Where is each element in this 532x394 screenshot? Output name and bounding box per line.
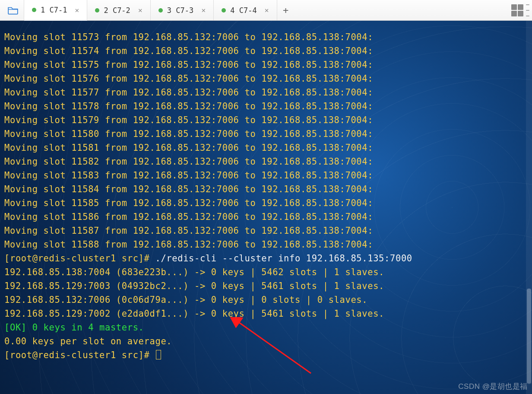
moving-slot-line: Moving slot 11587 from 192.168.85.132:70… [4,224,531,238]
terminal-scrollbar[interactable] [526,21,532,394]
add-tab-button[interactable]: + [277,0,294,20]
shell-prompt: [root@redis-cluster1 src]# [4,350,155,360]
prompt-line-empty: [root@redis-cluster1 src]# [4,348,531,362]
connection-status-icon [95,8,99,13]
cluster-info-line: 192.168.85.132:7006 (0c06d79a...) -> 0 k… [4,293,531,307]
moving-slot-line: Moving slot 11582 from 192.168.85.132:70… [4,155,531,168]
moving-slot-line: Moving slot 11581 from 192.168.85.132:70… [4,141,531,155]
moving-slot-line: Moving slot 11583 from 192.168.85.132:70… [4,168,531,182]
cluster-info-line: 192.168.85.129:7002 (e2da0df1...) -> 0 k… [4,307,531,321]
folder-open-icon [7,6,19,15]
tab-label: 2 C7-2 [104,6,130,15]
drag-handle-icon [526,4,529,16]
close-tab-button[interactable]: ✕ [73,6,81,14]
moving-slot-line: Moving slot 11579 from 192.168.85.132:70… [4,113,531,127]
cursor-icon [156,350,161,359]
tab-label: 1 C7-1 [41,6,67,14]
close-tab-button[interactable]: ✕ [200,6,207,14]
tab-label: 3 C7-3 [167,6,193,15]
moving-slot-line: Moving slot 11577 from 192.168.85.132:70… [4,86,531,99]
tab-label: 4 C7-4 [230,6,256,15]
moving-slot-line: Moving slot 11576 from 192.168.85.132:70… [4,72,531,86]
command-text: ./redis-cli --cluster info 192.168.85.13… [155,253,412,264]
tab-4[interactable]: 4 C7-4✕ [214,0,277,20]
layout-grid-button[interactable] [511,4,523,16]
open-folder-button[interactable] [2,0,24,20]
moving-slot-line: Moving slot 11575 from 192.168.85.132:70… [4,58,531,72]
tab-bar: 1 C7-1✕2 C7-2✕3 C7-3✕4 C7-4✕ + [0,0,532,21]
watermark-text: CSDN @是胡也是福 [458,381,528,391]
scrollbar-thumb[interactable] [527,289,531,384]
connection-status-icon [158,8,163,13]
plus-icon: + [283,5,288,16]
moving-slot-line: Moving slot 11578 from 192.168.85.132:70… [4,99,531,113]
cluster-info-line: 192.168.85.129:7003 (04932bc2...) -> 0 k… [4,279,531,293]
cluster-info-line: 192.168.85.138:7004 (683e223b...) -> 0 k… [4,265,531,279]
terminal-pane[interactable]: Moving slot 11573 from 192.168.85.132:70… [0,21,532,394]
close-tab-button[interactable]: ✕ [263,6,271,14]
moving-slot-line: Moving slot 11586 from 192.168.85.132:70… [4,210,531,224]
average-line: 0.00 keys per slot on average. [4,334,531,348]
tab-1[interactable]: 1 C7-1✕ [24,0,87,21]
shell-prompt: [root@redis-cluster1 src]# [4,253,155,264]
moving-slot-line: Moving slot 11580 from 192.168.85.132:70… [4,127,531,141]
close-tab-button[interactable]: ✕ [136,6,144,14]
moving-slot-line: Moving slot 11585 from 192.168.85.132:70… [4,196,531,210]
tab-2[interactable]: 2 C7-2✕ [87,0,150,20]
moving-slot-line: Moving slot 11573 from 192.168.85.132:70… [4,30,531,44]
ok-status-line: [OK] 0 keys in 4 masters. [4,321,531,334]
tab-3[interactable]: 3 C7-3✕ [151,0,214,20]
moving-slot-line: Moving slot 11584 from 192.168.85.132:70… [4,182,531,196]
moving-slot-line: Moving slot 11574 from 192.168.85.132:70… [4,44,531,58]
connection-status-icon [222,8,226,13]
connection-status-icon [32,8,36,12]
prompt-line: [root@redis-cluster1 src]# ./redis-cli -… [4,251,531,265]
moving-slot-line: Moving slot 11588 from 192.168.85.132:70… [4,238,531,251]
